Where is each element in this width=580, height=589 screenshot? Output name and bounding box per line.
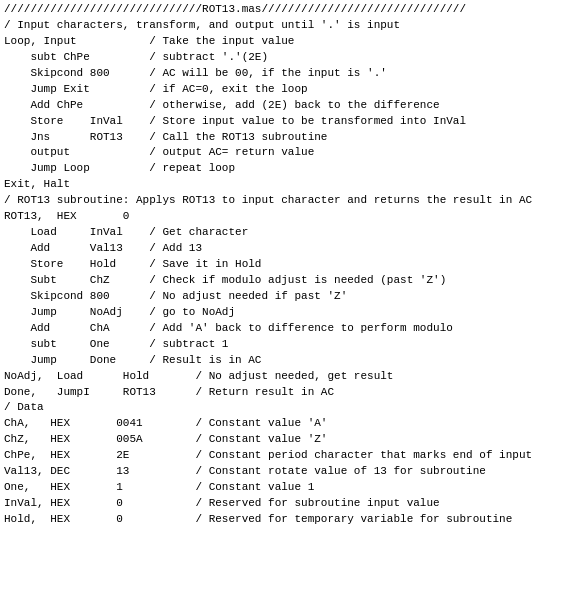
code-line: Jump Loop / repeat loop [4, 161, 576, 177]
code-line: NoAdj, Load Hold / No adjust needed, get… [4, 369, 576, 385]
code-line: Skipcond 800 / AC will be 00, if the inp… [4, 66, 576, 82]
code-editor: //////////////////////////////ROT13.mas/… [0, 0, 580, 589]
code-line: Skipcond 800 / No adjust needed if past … [4, 289, 576, 305]
code-line: Jump Done / Result is in AC [4, 353, 576, 369]
code-line: subt One / subtract 1 [4, 337, 576, 353]
code-line: Done, JumpI ROT13 / Return result in AC [4, 385, 576, 401]
code-line: ChA, HEX 0041 / Constant value 'A' [4, 416, 576, 432]
code-line: Jump Exit / if AC=0, exit the loop [4, 82, 576, 98]
code-line: / ROT13 subroutine: Applys ROT13 to inpu… [4, 193, 576, 209]
code-line: Add ChA / Add 'A' back to difference to … [4, 321, 576, 337]
code-line: One, HEX 1 / Constant value 1 [4, 480, 576, 496]
code-line: Add Val13 / Add 13 [4, 241, 576, 257]
code-line: subt ChPe / subtract '.'(2E) [4, 50, 576, 66]
code-line: ChPe, HEX 2E / Constant period character… [4, 448, 576, 464]
code-line: / Input characters, transform, and outpu… [4, 18, 576, 34]
code-line: Loop, Input / Take the input value [4, 34, 576, 50]
code-line: Subt ChZ / Check if modulo adjust is nee… [4, 273, 576, 289]
code-line: Store InVal / Store input value to be tr… [4, 114, 576, 130]
code-line: ROT13, HEX 0 [4, 209, 576, 225]
code-line: Exit, Halt [4, 177, 576, 193]
code-line: Hold, HEX 0 / Reserved for temporary var… [4, 512, 576, 528]
code-line: //////////////////////////////ROT13.mas/… [4, 2, 576, 18]
code-line: InVal, HEX 0 / Reserved for subroutine i… [4, 496, 576, 512]
code-line: output / output AC= return value [4, 145, 576, 161]
code-line: / Data [4, 400, 576, 416]
code-line: Jns ROT13 / Call the ROT13 subroutine [4, 130, 576, 146]
code-line: Add ChPe / otherwise, add (2E) back to t… [4, 98, 576, 114]
code-line: Jump NoAdj / go to NoAdj [4, 305, 576, 321]
code-line: ChZ, HEX 005A / Constant value 'Z' [4, 432, 576, 448]
code-line: Val13, DEC 13 / Constant rotate value of… [4, 464, 576, 480]
code-line: Store Hold / Save it in Hold [4, 257, 576, 273]
code-line: Load InVal / Get character [4, 225, 576, 241]
